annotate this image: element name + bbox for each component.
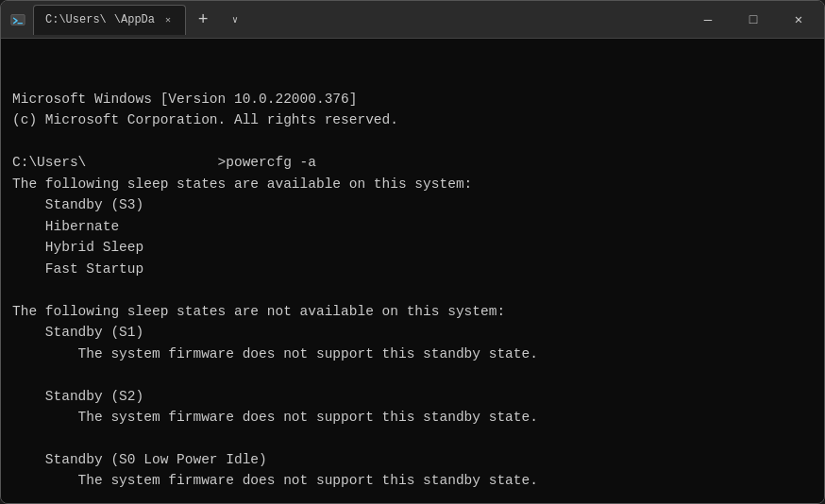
new-tab-button[interactable]: + xyxy=(188,7,218,33)
terminal-line xyxy=(12,364,813,385)
terminal-line: Hibernate xyxy=(12,216,813,237)
tab-area: C:\Users\\AppDa ✕ + ∨ xyxy=(33,5,682,35)
terminal-line: Standby (S0 Low Power Idle) xyxy=(12,449,813,470)
terminal-output[interactable]: Microsoft Windows [Version 10.0.22000.37… xyxy=(1,39,824,503)
terminal-line: The following sleep states are available… xyxy=(12,174,813,194)
terminal-line: Fast Startup xyxy=(12,259,813,279)
terminal-window: C:\Users\\AppDa ✕ + ∨ — □ ✕ Microsoft Wi… xyxy=(0,0,825,504)
minimize-button[interactable]: — xyxy=(686,5,730,35)
tab-label: C:\Users\ xyxy=(45,13,107,26)
terminal-line: The following sleep states are not avail… xyxy=(12,301,813,322)
app-icon xyxy=(8,10,27,29)
tab-dropdown-button[interactable]: ∨ xyxy=(220,7,250,33)
terminal-line xyxy=(12,131,813,152)
terminal-line: Microsoft Windows [Version 10.0.22000.37… xyxy=(12,89,813,109)
terminal-line: Standby (S2) xyxy=(12,386,813,407)
tab-label2: \AppDa xyxy=(114,13,155,26)
terminal-line: (c) Microsoft Corporation. All rights re… xyxy=(12,109,813,130)
terminal-line: Standby (S1) xyxy=(12,322,813,343)
terminal-line: Hybrid Sleep xyxy=(12,237,813,258)
terminal-line xyxy=(12,428,813,448)
tab-close-button[interactable]: ✕ xyxy=(162,13,174,26)
terminal-line: The system firmware does not support thi… xyxy=(12,470,813,491)
terminal-line: The system firmware does not support thi… xyxy=(12,407,813,428)
terminal-tab[interactable]: C:\Users\\AppDa ✕ xyxy=(33,5,186,35)
maximize-button[interactable]: □ xyxy=(732,5,775,35)
terminal-line: Standby (S3) xyxy=(12,194,813,215)
terminal-line: C:\Users\ >powercfg -a xyxy=(12,152,813,173)
terminal-line xyxy=(12,279,813,300)
window-controls: — □ ✕ xyxy=(682,5,824,35)
close-button[interactable]: ✕ xyxy=(777,5,820,35)
terminal-line: The system firmware does not support thi… xyxy=(12,344,813,364)
titlebar: C:\Users\\AppDa ✕ + ∨ — □ ✕ xyxy=(1,1,824,39)
